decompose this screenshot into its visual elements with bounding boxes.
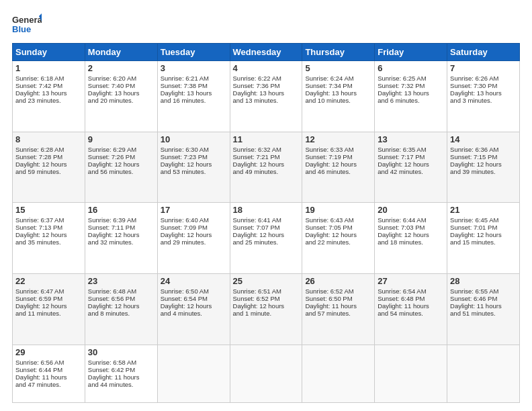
cell-info-line: and 22 minutes.	[305, 238, 371, 246]
day-number: 13	[378, 134, 444, 144]
cell-info-line: Sunset: 7:21 PM	[233, 153, 300, 161]
day-number: 20	[378, 205, 444, 215]
cell-info-line: Daylight: 13 hours	[378, 89, 444, 97]
cell-info-line: and 39 minutes.	[450, 168, 517, 175]
cell-info-line: Sunrise: 6:54 AM	[378, 287, 444, 295]
cell-info-line: Sunrise: 6:44 AM	[378, 216, 444, 224]
cell-info-line: and 25 minutes.	[233, 238, 300, 246]
cell-info-line: Daylight: 12 hours	[233, 161, 300, 168]
cell-info-line: Sunset: 7:36 PM	[233, 82, 300, 89]
cell-info-line: Sunrise: 6:28 AM	[15, 146, 82, 153]
cell-info-line: Sunset: 7:34 PM	[305, 82, 371, 89]
cell-info-line: Sunrise: 6:32 AM	[233, 146, 300, 153]
calendar-body: 1Sunrise: 6:18 AMSunset: 7:42 PMDaylight…	[13, 61, 520, 403]
page: General Blue SundayMondayTuesdayWednesda…	[0, 0, 532, 411]
calendar-cell: 29Sunrise: 6:56 AMSunset: 6:44 PMDayligh…	[13, 345, 85, 402]
calendar-cell: 23Sunrise: 6:48 AMSunset: 6:56 PMDayligh…	[85, 273, 157, 345]
day-number: 9	[88, 134, 154, 144]
cell-info-line: Daylight: 13 hours	[161, 89, 227, 97]
cell-info-line: and 10 minutes.	[305, 97, 371, 104]
cell-info-line: Daylight: 11 hours	[15, 373, 82, 381]
calendar-cell: 10Sunrise: 6:30 AMSunset: 7:23 PMDayligh…	[157, 132, 230, 203]
cell-info-line: Sunrise: 6:45 AM	[450, 216, 517, 224]
cell-info-line: and 35 minutes.	[15, 238, 82, 246]
calendar-cell: 1Sunrise: 6:18 AMSunset: 7:42 PMDaylight…	[13, 61, 85, 132]
cell-info-line: Sunrise: 6:29 AM	[88, 146, 154, 153]
cell-info-line: Daylight: 12 hours	[88, 302, 154, 310]
week-row-2: 8Sunrise: 6:28 AMSunset: 7:28 PMDaylight…	[13, 132, 520, 203]
cell-info-line: Sunrise: 6:21 AM	[161, 75, 227, 82]
cell-info-line: Daylight: 12 hours	[305, 231, 371, 238]
week-row-4: 22Sunrise: 6:47 AMSunset: 6:59 PMDayligh…	[13, 273, 520, 345]
cell-info-line: and 32 minutes.	[88, 238, 154, 246]
calendar-cell	[230, 345, 302, 402]
cell-info-line: Sunset: 7:15 PM	[450, 153, 517, 161]
day-number: 24	[161, 276, 227, 286]
calendar-cell	[447, 345, 520, 402]
cell-info-line: Sunset: 7:01 PM	[450, 224, 517, 231]
cell-info-line: Sunset: 6:56 PM	[88, 295, 154, 302]
cell-info-line: Sunrise: 6:56 AM	[15, 359, 82, 366]
cell-info-line: Sunrise: 6:51 AM	[233, 287, 300, 295]
cell-info-line: and 54 minutes.	[378, 310, 444, 317]
calendar-cell	[302, 345, 375, 402]
cell-info-line: Sunset: 7:40 PM	[88, 82, 154, 89]
week-row-1: 1Sunrise: 6:18 AMSunset: 7:42 PMDaylight…	[13, 61, 520, 132]
cell-info-line: and 47 minutes.	[15, 381, 82, 388]
cell-info-line: Daylight: 12 hours	[88, 231, 154, 238]
calendar-cell: 3Sunrise: 6:21 AMSunset: 7:38 PMDaylight…	[157, 61, 230, 132]
weekday-thursday: Thursday	[302, 44, 375, 61]
calendar-cell: 2Sunrise: 6:20 AMSunset: 7:40 PMDaylight…	[85, 61, 157, 132]
cell-info-line: and 6 minutes.	[378, 97, 444, 104]
logo: General Blue	[12, 12, 42, 38]
day-number: 23	[88, 276, 154, 286]
cell-info-line: Daylight: 12 hours	[450, 161, 517, 168]
cell-info-line: Daylight: 12 hours	[161, 302, 227, 310]
cell-info-line: and 1 minute.	[233, 310, 300, 317]
cell-info-line: Daylight: 13 hours	[233, 89, 300, 97]
calendar-cell: 9Sunrise: 6:29 AMSunset: 7:26 PMDaylight…	[85, 132, 157, 203]
calendar-cell: 25Sunrise: 6:51 AMSunset: 6:52 PMDayligh…	[230, 273, 302, 345]
day-number: 6	[378, 63, 444, 73]
cell-info-line: and 18 minutes.	[378, 238, 444, 246]
cell-info-line: Sunset: 7:42 PM	[15, 82, 82, 89]
cell-info-line: Sunrise: 6:37 AM	[15, 216, 82, 224]
cell-info-line: Sunset: 7:07 PM	[233, 224, 300, 231]
day-number: 8	[15, 134, 82, 144]
day-number: 10	[161, 134, 227, 144]
cell-info-line: Sunset: 6:52 PM	[233, 295, 300, 302]
cell-info-line: Daylight: 12 hours	[233, 302, 300, 310]
day-number: 27	[378, 276, 444, 286]
calendar-cell: 4Sunrise: 6:22 AMSunset: 7:36 PMDaylight…	[230, 61, 302, 132]
day-number: 25	[233, 276, 300, 286]
weekday-saturday: Saturday	[447, 44, 520, 61]
cell-info-line: Sunrise: 6:35 AM	[378, 146, 444, 153]
cell-info-line: and 20 minutes.	[88, 97, 154, 104]
cell-info-line: Sunset: 7:05 PM	[305, 224, 371, 231]
cell-info-line: Sunset: 6:54 PM	[161, 295, 227, 302]
calendar-cell: 12Sunrise: 6:33 AMSunset: 7:19 PMDayligh…	[302, 132, 375, 203]
cell-info-line: and 3 minutes.	[450, 97, 517, 104]
cell-info-line: Sunrise: 6:33 AM	[305, 146, 371, 153]
calendar-cell: 13Sunrise: 6:35 AMSunset: 7:17 PMDayligh…	[375, 132, 447, 203]
cell-info-line: and 16 minutes.	[161, 97, 227, 104]
day-number: 16	[88, 205, 154, 215]
cell-info-line: Daylight: 12 hours	[15, 302, 82, 310]
calendar-cell	[157, 345, 230, 402]
cell-info-line: Sunset: 7:17 PM	[378, 153, 444, 161]
cell-info-line: Daylight: 13 hours	[305, 89, 371, 97]
calendar-table: SundayMondayTuesdayWednesdayThursdayFrid…	[12, 43, 520, 403]
calendar-cell: 28Sunrise: 6:55 AMSunset: 6:46 PMDayligh…	[447, 273, 520, 345]
day-number: 11	[233, 134, 300, 144]
cell-info-line: Sunrise: 6:48 AM	[88, 287, 154, 295]
cell-info-line: and 59 minutes.	[15, 168, 82, 175]
cell-info-line: Sunset: 7:23 PM	[161, 153, 227, 161]
cell-info-line: Sunset: 7:38 PM	[161, 82, 227, 89]
cell-info-line: Sunrise: 6:39 AM	[88, 216, 154, 224]
svg-text:General: General	[12, 15, 42, 25]
header: General Blue	[12, 12, 520, 38]
cell-info-line: Sunrise: 6:20 AM	[88, 75, 154, 82]
cell-info-line: Sunset: 6:48 PM	[378, 295, 444, 302]
cell-info-line: Sunset: 7:26 PM	[88, 153, 154, 161]
cell-info-line: Sunset: 7:28 PM	[15, 153, 82, 161]
